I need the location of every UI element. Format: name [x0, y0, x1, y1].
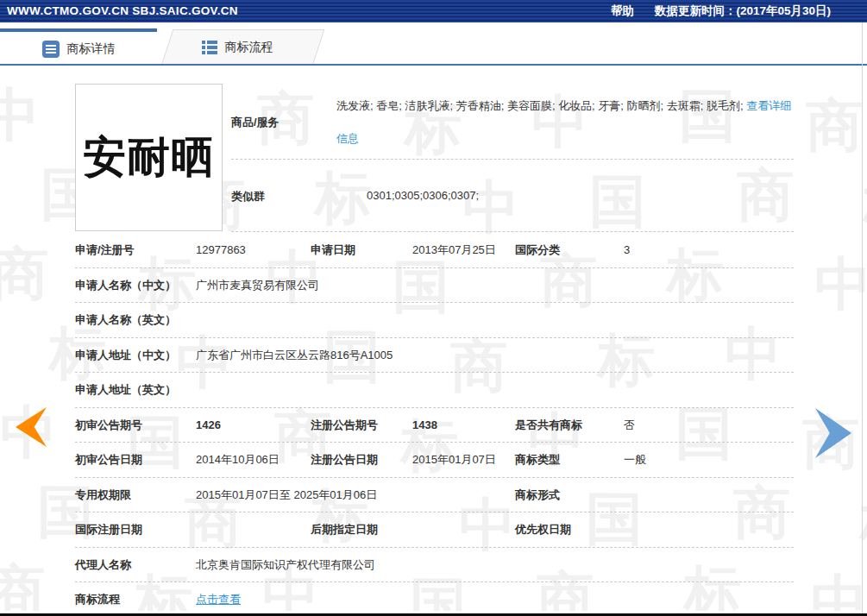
field-label: 注册公告日期: [311, 443, 378, 478]
table-row: 申请人地址（英文）: [75, 373, 794, 408]
row-separator: [231, 231, 794, 232]
next-trademark-button[interactable]: [815, 408, 851, 458]
field-value: 北京奥肯国际知识产权代理有限公司: [196, 548, 375, 583]
trademark-image: 安耐晒: [75, 84, 223, 231]
field-value: 12977863: [196, 233, 246, 268]
table-row: 申请人地址（中文）广东省广州市白云区丛云路816号A1005: [75, 338, 794, 374]
previous-trademark-button[interactable]: [16, 407, 47, 447]
tab-trademark-details[interactable]: 商标详情: [0, 28, 157, 66]
table-row: 初审公告期号1426注册公告期号1438是否共有商标否: [75, 408, 794, 443]
field-label: 初审公告期号: [75, 408, 142, 443]
goods-services-value: 洗发液; 香皂; 洁肤乳液; 芳香精油; 美容面膜; 化妆品; 牙膏; 防晒剂;…: [336, 90, 797, 155]
tab-label: 商标流程: [225, 40, 273, 55]
field-value: 2015年01月07日: [412, 443, 496, 478]
field-value: 1438: [412, 408, 437, 443]
field-label: 申请人名称（英文）: [75, 303, 176, 338]
field-value: 1426: [196, 408, 221, 443]
field-label: 申请人名称（中文）: [75, 268, 176, 304]
tab-label: 商标详情: [67, 41, 116, 57]
table-row: 国际注册日期后期指定日期优先权日期: [75, 512, 794, 548]
tab-trademark-flow[interactable]: 商标流程: [161, 28, 313, 66]
tab-underline: [0, 64, 867, 66]
field-label: 是否共有商标: [515, 408, 582, 443]
field-label: 商标类型: [515, 443, 560, 478]
field-label: 注册公告期号: [311, 408, 378, 443]
field-label: 国际分类: [515, 233, 560, 268]
trademark-detail-page: WWW.CTMO.GOV.CN SBJ.SAIC.GOV.CN 帮助 数据更新时…: [0, 0, 867, 616]
trademark-details-table: 申请/注册号12977863申请日期2013年07月25日国际分类3申请人名称（…: [75, 233, 794, 616]
field-label: 商标形式: [515, 478, 560, 513]
trademark-name: 安耐晒: [83, 129, 215, 186]
table-row: 申请人名称（中文）广州市麦真贸易有限公司: [75, 268, 794, 304]
field-label: 申请/注册号: [75, 233, 135, 268]
field-value: 2014年10月06日: [196, 443, 280, 478]
similar-group-label: 类似群: [231, 189, 265, 204]
table-row: 申请人名称（英文）: [75, 303, 794, 338]
list-icon: [42, 41, 60, 58]
field-label: 后期指定日期: [311, 512, 378, 548]
content-area: 安耐晒 商品/服务 洗发液; 香皂; 洁肤乳液; 芳香精油; 美容面膜; 化妆品…: [0, 0, 867, 616]
field-value: 广东省广州市白云区丛云路816号A1005: [196, 338, 393, 374]
field-label: 初审公告日期: [75, 443, 142, 478]
field-label: 申请日期: [311, 233, 355, 268]
list-bullets-icon: [202, 41, 217, 54]
goods-services-label: 商品/服务: [231, 115, 280, 130]
scrollbar-edge: [862, 22, 863, 613]
field-label: 申请人地址（中文）: [75, 338, 176, 374]
table-row: 初审公告日期2014年10月06日注册公告日期2015年01月07日商标类型一般: [75, 443, 794, 478]
trademark-flow-link[interactable]: 点击查看: [196, 582, 241, 616]
field-label: 代理人名称: [75, 548, 131, 583]
field-label: 专用权期限: [75, 478, 131, 513]
field-value: 广州市麦真贸易有限公司: [196, 268, 319, 304]
table-row: 商标流程点击查看: [75, 582, 794, 616]
field-value: 2013年07月25日: [412, 233, 496, 268]
table-row: 代理人名称北京奥肯国际知识产权代理有限公司: [75, 548, 794, 583]
field-label: 商标流程: [75, 582, 120, 616]
field-label: 优先权日期: [515, 512, 571, 548]
field-label: 国际注册日期: [75, 512, 142, 548]
goods-services-text: 洗发液; 香皂; 洁肤乳液; 芳香精油; 美容面膜; 化妆品; 牙膏; 防晒剂;…: [336, 99, 746, 112]
table-row: 申请/注册号12977863申请日期2013年07月25日国际分类3: [75, 233, 794, 268]
table-row: 专用权期限2015年01月07日至 2025年01月06日商标形式: [75, 478, 794, 513]
field-label: 申请人地址（英文）: [75, 373, 176, 408]
similar-group-value: 0301;0305;0306;0307;: [367, 189, 479, 202]
field-value: 否: [624, 408, 635, 443]
field-value: 3: [624, 233, 630, 268]
field-value: 2015年01月07日至 2025年01月06日: [196, 478, 377, 513]
field-value: 一般: [624, 443, 646, 478]
row-separator: [231, 159, 794, 160]
